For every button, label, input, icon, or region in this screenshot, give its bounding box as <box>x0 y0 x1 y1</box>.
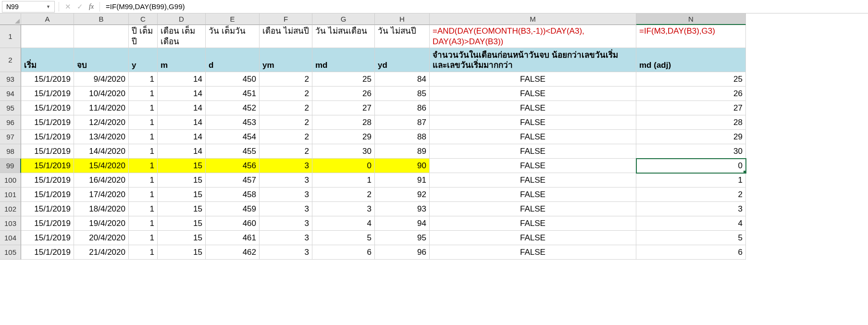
cell-H102[interactable]: 93 <box>375 202 430 216</box>
cell-D100[interactable]: 15 <box>158 173 206 188</box>
row-header[interactable]: 102 <box>0 202 21 216</box>
row-header[interactable]: 2 <box>0 48 21 72</box>
row-header[interactable]: 93 <box>0 72 21 87</box>
cell-B105[interactable]: 21/4/2020 <box>74 245 129 260</box>
cell-E101[interactable]: 458 <box>206 188 260 202</box>
cell-B1[interactable] <box>74 25 129 48</box>
row-header[interactable]: 105 <box>0 245 21 260</box>
cell-B97[interactable]: 13/4/2020 <box>74 130 129 144</box>
cell-E1[interactable]: วัน เต็มวัน <box>206 25 260 48</box>
cell-C103[interactable]: 1 <box>129 216 158 231</box>
cell-E97[interactable]: 454 <box>206 130 260 144</box>
cell-B100[interactable]: 16/4/2020 <box>74 173 129 188</box>
cell-M103[interactable]: FALSE <box>430 216 636 231</box>
cell-A101[interactable]: 15/1/2019 <box>21 188 74 202</box>
select-all-button[interactable] <box>0 13 21 25</box>
column-header-G[interactable]: G <box>312 13 375 25</box>
cell-A103[interactable]: 15/1/2019 <box>21 216 74 231</box>
column-header-B[interactable]: B <box>74 13 129 25</box>
cancel-icon[interactable]: ✕ <box>65 2 71 11</box>
cell-G102[interactable]: 3 <box>312 202 375 216</box>
cell-D102[interactable]: 15 <box>158 202 206 216</box>
cell-N96[interactable]: 28 <box>636 115 746 130</box>
cell-A100[interactable]: 15/1/2019 <box>21 173 74 188</box>
cell-C1[interactable]: ปี เต็มปี <box>129 25 158 48</box>
cell-C105[interactable]: 1 <box>129 245 158 260</box>
cell-F103[interactable]: 3 <box>260 216 312 231</box>
cell-E103[interactable]: 460 <box>206 216 260 231</box>
cell-C97[interactable]: 1 <box>129 130 158 144</box>
row-header[interactable]: 96 <box>0 115 21 130</box>
cell-F101[interactable]: 3 <box>260 188 312 202</box>
cell-N93[interactable]: 25 <box>636 72 746 87</box>
cell-F1[interactable]: เดือน ไม่สนปี <box>260 25 312 48</box>
cell-H2[interactable]: yd <box>375 48 430 72</box>
cell-M105[interactable]: FALSE <box>430 245 636 260</box>
row-header[interactable]: 1 <box>0 25 21 48</box>
cell-B99[interactable]: 15/4/2020 <box>74 159 129 173</box>
cell-F105[interactable]: 3 <box>260 245 312 260</box>
cell-F93[interactable]: 2 <box>260 72 312 87</box>
formula-input[interactable]: =IF(M99,DAY(B99),G99) <box>102 0 868 13</box>
accept-icon[interactable]: ✓ <box>77 2 83 11</box>
cell-E98[interactable]: 455 <box>206 144 260 159</box>
cell-E94[interactable]: 451 <box>206 87 260 101</box>
cell-F94[interactable]: 2 <box>260 87 312 101</box>
cell-F2[interactable]: ym <box>260 48 312 72</box>
cell-H1[interactable]: วัน ไม่สนปี <box>375 25 430 48</box>
cell-D98[interactable]: 14 <box>158 144 206 159</box>
cell-F95[interactable]: 2 <box>260 101 312 115</box>
cell-D2[interactable]: m <box>158 48 206 72</box>
cell-C95[interactable]: 1 <box>129 101 158 115</box>
cell-G94[interactable]: 26 <box>312 87 375 101</box>
cell-F99[interactable]: 3 <box>260 159 312 173</box>
cell-A93[interactable]: 15/1/2019 <box>21 72 74 87</box>
cell-H101[interactable]: 92 <box>375 188 430 202</box>
cell-H95[interactable]: 86 <box>375 101 430 115</box>
cell-D96[interactable]: 14 <box>158 115 206 130</box>
cell-N99[interactable]: 0 <box>636 159 746 173</box>
cell-B101[interactable]: 17/4/2020 <box>74 188 129 202</box>
cell-G97[interactable]: 29 <box>312 130 375 144</box>
cell-B104[interactable]: 20/4/2020 <box>74 231 129 245</box>
cell-N102[interactable]: 3 <box>636 202 746 216</box>
cell-M95[interactable]: FALSE <box>430 101 636 115</box>
cell-C100[interactable]: 1 <box>129 173 158 188</box>
row-header[interactable]: 101 <box>0 188 21 202</box>
cell-E95[interactable]: 452 <box>206 101 260 115</box>
cell-D95[interactable]: 14 <box>158 101 206 115</box>
cell-D101[interactable]: 15 <box>158 188 206 202</box>
cell-E93[interactable]: 450 <box>206 72 260 87</box>
cell-E96[interactable]: 453 <box>206 115 260 130</box>
cell-C93[interactable]: 1 <box>129 72 158 87</box>
column-header-M[interactable]: M <box>430 13 636 25</box>
cell-N100[interactable]: 1 <box>636 173 746 188</box>
cell-H103[interactable]: 94 <box>375 216 430 231</box>
cell-M97[interactable]: FALSE <box>430 130 636 144</box>
cell-G98[interactable]: 30 <box>312 144 375 159</box>
column-header-H[interactable]: H <box>375 13 430 25</box>
cell-A99[interactable]: 15/1/2019 <box>21 159 74 173</box>
row-header[interactable]: 98 <box>0 144 21 159</box>
cell-G103[interactable]: 4 <box>312 216 375 231</box>
cell-N2[interactable]: md (adj) <box>636 48 746 72</box>
cell-H105[interactable]: 96 <box>375 245 430 260</box>
cell-C99[interactable]: 1 <box>129 159 158 173</box>
cell-M99[interactable]: FALSE <box>430 159 636 173</box>
cell-N95[interactable]: 27 <box>636 101 746 115</box>
cell-B102[interactable]: 18/4/2020 <box>74 202 129 216</box>
cell-F104[interactable]: 3 <box>260 231 312 245</box>
cell-M2[interactable]: จำนวนวันในเดือนก่อนหน้าวันจบ น้อยกว่าเลข… <box>430 48 636 72</box>
cell-B93[interactable]: 9/4/2020 <box>74 72 129 87</box>
cell-D105[interactable]: 15 <box>158 245 206 260</box>
cell-H98[interactable]: 89 <box>375 144 430 159</box>
cell-G95[interactable]: 27 <box>312 101 375 115</box>
cell-D97[interactable]: 14 <box>158 130 206 144</box>
row-header[interactable]: 99 <box>0 159 21 173</box>
cell-H100[interactable]: 91 <box>375 173 430 188</box>
cell-A104[interactable]: 15/1/2019 <box>21 231 74 245</box>
cell-E99[interactable]: 456 <box>206 159 260 173</box>
cell-A98[interactable]: 15/1/2019 <box>21 144 74 159</box>
cell-C94[interactable]: 1 <box>129 87 158 101</box>
cell-H104[interactable]: 95 <box>375 231 430 245</box>
